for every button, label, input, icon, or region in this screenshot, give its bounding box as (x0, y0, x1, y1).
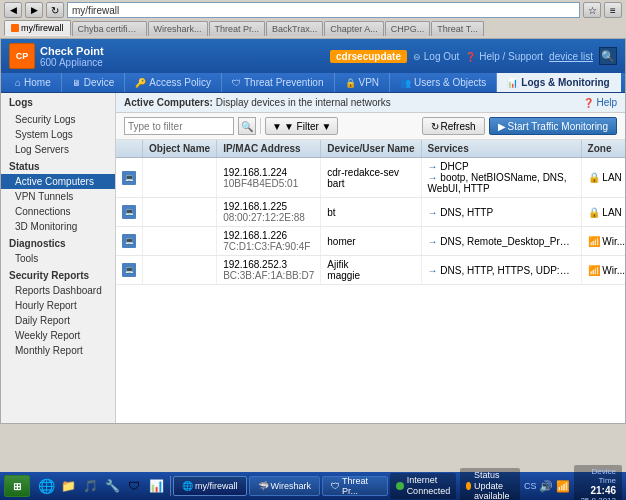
update-dot (466, 482, 471, 490)
tab-1-label: Chyba certifikátu: 0 (78, 24, 141, 34)
taskbar: ⊞ 🌐 📁 🎵 🔧 🛡 📊 🌐 my/firewall 🦈 Wireshark … (0, 472, 626, 500)
table-row[interactable]: 💻 192.168.1.224 10BF4B4ED5:01 cdr-redakc… (116, 158, 625, 198)
app-header: CP Check Point 600 Appliance cdrsecupdat… (1, 39, 625, 73)
sidebar-item-security-logs[interactable]: Security Logs (1, 112, 115, 127)
row-3-object (143, 256, 217, 285)
wifi-icon: 📶 (588, 236, 600, 247)
row-1-device: bt (321, 198, 421, 227)
app-icon-1[interactable]: 🔧 (102, 476, 122, 496)
taskbar-button-1[interactable]: 🦈 Wireshark (249, 476, 321, 496)
address-bar[interactable]: my/firewall (67, 2, 580, 18)
sidebar-item-3d-monitoring[interactable]: 3D Monitoring (1, 219, 115, 234)
tab-2[interactable]: Wireshark... (148, 21, 208, 36)
traffic-monitoring-button[interactable]: ▶ Start Traffic Monitoring (489, 117, 617, 135)
row-2-services: → DNS, Remote_Desktop_Protocol, HTTPS, H… (421, 227, 581, 256)
nav-tab-threat[interactable]: 🛡 Threat Prevention (222, 73, 335, 92)
tab-0[interactable]: my/firewall (4, 20, 71, 36)
sidebar-item-vpn-tunnels[interactable]: VPN Tunnels (1, 189, 115, 204)
sidebar-item-daily-report[interactable]: Daily Report (1, 313, 115, 328)
col-header-object-name[interactable]: Object Name (143, 140, 217, 158)
tab-7[interactable]: Threat T... (431, 21, 483, 36)
col-header-ip-mac[interactable]: IP/MAC Address (217, 140, 321, 158)
volume-icon[interactable]: 🔊 (539, 480, 553, 493)
tab-3-label: Threat Pr... (215, 24, 260, 34)
refresh-button[interactable]: ↻ (46, 2, 64, 18)
update-text: Status Update available (474, 470, 514, 500)
header-right: cdrsecupdate ⊖ Log Out ❓ Help / Support … (330, 47, 617, 65)
col-header-services[interactable]: Services (421, 140, 581, 158)
sidebar-item-weekly-report[interactable]: Weekly Report (1, 328, 115, 343)
tab-1[interactable]: Chyba certifikátu: 0 (72, 21, 147, 36)
logout-link[interactable]: ⊖ Log Out (413, 51, 459, 62)
sidebar-item-active-computers[interactable]: Active Computers (1, 174, 115, 189)
row-2-icon-cell: 💻 (116, 227, 143, 256)
header-search-icon[interactable]: 🔍 (599, 47, 617, 65)
nav-tab-vpn[interactable]: 🔒 VPN (335, 73, 391, 92)
tab-7-label: Threat T... (437, 24, 477, 34)
nav-tab-device[interactable]: 🖥 Device (62, 73, 126, 92)
help-button[interactable]: ❓ Help (583, 97, 617, 108)
app-icon-3[interactable]: 📊 (146, 476, 166, 496)
sidebar-item-monthly-report[interactable]: Monthly Report (1, 343, 115, 358)
start-button[interactable]: ⊞ (4, 475, 30, 497)
tab-4[interactable]: BackTrax... (266, 21, 323, 36)
network-icon[interactable]: 📶 (556, 480, 570, 493)
users-icon: 👥 (400, 78, 411, 88)
sidebar-item-connections[interactable]: Connections (1, 204, 115, 219)
row-2-device: homer (321, 227, 421, 256)
device-time: Device Time 21:46 25.8.2013 (574, 465, 622, 500)
content-header: Active Computers: Display devices in the… (116, 93, 625, 113)
sidebar-section-logs: Logs Security Logs System Logs Log Serve… (1, 93, 115, 157)
sidebar-item-reports-dashboard[interactable]: Reports Dashboard (1, 283, 115, 298)
ie-icon[interactable]: 🌐 (36, 476, 56, 496)
app-title-block: Check Point 600 Appliance (40, 45, 104, 68)
filter-input[interactable] (124, 117, 234, 135)
nav-tab-users[interactable]: 👥 Users & Objects (390, 73, 497, 92)
col-header-zone[interactable]: Zone (581, 140, 625, 158)
table-row[interactable]: 💻 192.168.1.226 7C:D1:C3:FA:90:4F homer (116, 227, 625, 256)
taskbar-button-2[interactable]: 🛡 Threat Pr... (322, 476, 388, 496)
home-icon: ⌂ (15, 77, 21, 88)
access-policy-icon: 🔑 (135, 78, 146, 88)
connection-text: Internet Connected (407, 475, 451, 497)
nav-tab-logs[interactable]: 📊 Logs & Monitoring (497, 73, 620, 92)
tab-6[interactable]: CHPG... (385, 21, 431, 36)
sidebar-item-system-logs[interactable]: System Logs (1, 127, 115, 142)
folder-icon[interactable]: 📁 (58, 476, 78, 496)
col-header-device-user[interactable]: Device/User Name (321, 140, 421, 158)
update-badge[interactable]: cdrsecupdate (330, 50, 407, 63)
sidebar-section-header-logs: Logs (1, 93, 115, 112)
search-button[interactable]: 🔍 (238, 117, 256, 135)
forward-button[interactable]: ▶ (25, 2, 43, 18)
sidebar-item-log-servers[interactable]: Log Servers (1, 142, 115, 157)
row-1-ip: 192.168.1.225 08:00:27:12:2E:88 (217, 198, 321, 227)
media-icon[interactable]: 🎵 (80, 476, 100, 496)
star-button[interactable]: ☆ (583, 2, 601, 18)
cs-text: CS (524, 481, 537, 491)
taskbar-button-0[interactable]: 🌐 my/firewall (173, 476, 247, 496)
lan-icon: 🔒 (588, 207, 600, 218)
tab-4-label: BackTrax... (272, 24, 317, 34)
nav-tab-access-policy[interactable]: 🔑 Access Policy (125, 73, 222, 92)
app-icon-2[interactable]: 🛡 (124, 476, 144, 496)
filter-dropdown-button[interactable]: ▼ ▼ Filter ▼ (265, 117, 338, 135)
table-row[interactable]: 💻 192.168.252.3 BC:3B:AF:1A:BB:D7 Ajifik… (116, 256, 625, 285)
sidebar-section-diagnostics: Diagnostics Tools (1, 234, 115, 266)
device-icon: 🖥 (72, 78, 81, 88)
row-0-services: → DHCP → bootp, NetBIOSName, DNS, WebUI,… (421, 158, 581, 198)
sidebar-section-header-status: Status (1, 157, 115, 174)
help-link[interactable]: ❓ Help / Support (465, 51, 543, 62)
tray-icons: CS 🔊 📶 (524, 480, 571, 493)
browser-tab-bar: my/firewall Chyba certifikátu: 0 Wiresha… (4, 20, 622, 36)
tab-5[interactable]: Chapter A... (324, 21, 384, 36)
tools-button[interactable]: ≡ (604, 2, 622, 18)
sidebar-item-tools[interactable]: Tools (1, 251, 115, 266)
back-button[interactable]: ◀ (4, 2, 22, 18)
nav-tab-home[interactable]: ⌂ Home (5, 73, 62, 92)
refresh-button[interactable]: ↻ Refresh (422, 117, 485, 135)
tab-3[interactable]: Threat Pr... (209, 21, 266, 36)
sidebar-item-hourly-report[interactable]: Hourly Report (1, 298, 115, 313)
sidebar: Logs Security Logs System Logs Log Serve… (1, 93, 116, 423)
table-row[interactable]: 💻 192.168.1.225 08:00:27:12:2E:88 bt (116, 198, 625, 227)
device-list-link[interactable]: device list (549, 51, 593, 62)
